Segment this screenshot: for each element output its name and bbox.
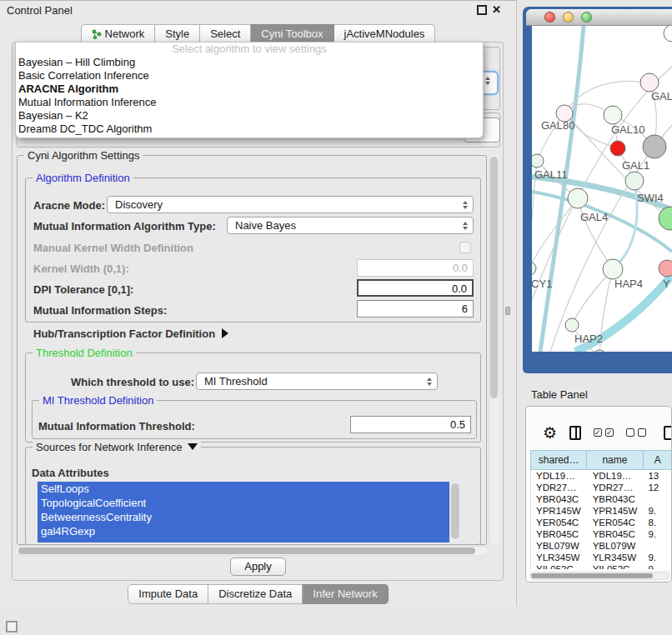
column-header-shared[interactable]: shared… — [530, 450, 587, 470]
table-horizontal-scrollbar[interactable] — [529, 572, 669, 580]
table-header-row: shared…nameA — [530, 450, 672, 470]
algorithm-option-aracne-algorithm[interactable]: ARACNE Algorithm — [16, 82, 483, 96]
table-row[interactable]: YBR045CYBR045C9. — [531, 528, 672, 540]
gear-icon[interactable]: ⚙ — [543, 425, 557, 441]
manual-kernel-width-checkbox[interactable] — [459, 242, 471, 253]
tab-label: jActiveMNodules — [344, 28, 425, 40]
select-all-icon[interactable]: ✓✓ — [594, 428, 614, 437]
table-row[interactable]: YBL079WYBL079W — [531, 540, 672, 552]
restore-panel-icon[interactable] — [6, 621, 18, 632]
tab-label: Select — [210, 28, 240, 40]
tab-label: Impute Data — [138, 588, 198, 600]
page-icon[interactable] — [664, 426, 672, 440]
settings-horizontal-scrollbar[interactable] — [15, 546, 489, 556]
network-node[interactable] — [603, 259, 623, 279]
zoom-traffic-light-icon[interactable] — [581, 12, 592, 22]
panel-splitter-handle[interactable] — [505, 307, 510, 315]
caret-down-icon — [188, 443, 198, 450]
tab-infer-network[interactable]: Infer Network — [303, 584, 388, 604]
tab-discretize-data[interactable]: Discretize Data — [208, 584, 303, 604]
deselect-all-icon[interactable] — [626, 428, 646, 437]
network-node[interactable] — [659, 207, 672, 230]
which-threshold-combo[interactable]: MI Threshold — [196, 372, 438, 390]
network-node[interactable] — [565, 318, 579, 332]
algorithm-option-bayesian-hill-climbing[interactable]: Bayesian – Hill Climbing — [16, 56, 483, 69]
float-window-icon[interactable] — [477, 5, 487, 15]
network-window-titlebar[interactable] — [526, 9, 672, 26]
columns-icon[interactable] — [569, 426, 581, 440]
dropdown-placeholder: Select algorithm to view settings — [16, 42, 483, 56]
combo-spinner-icon — [425, 378, 437, 386]
apply-button[interactable]: Apply — [230, 558, 286, 576]
column-header-a[interactable]: A — [644, 450, 672, 470]
node-label-gal10: GAL10 — [611, 123, 644, 136]
table-row[interactable]: YDR27…YDR27…12 — [531, 482, 672, 493]
network-node[interactable] — [625, 172, 644, 190]
node-label-gal: GAL — [651, 90, 672, 102]
table-panel-title: Table Panel — [531, 388, 588, 401]
algorithm-option-dream8-dc-tdc-algorithm[interactable]: Dream8 DC_TDC Algorithm — [16, 122, 483, 136]
network-node[interactable] — [532, 154, 544, 168]
network-node[interactable] — [593, 350, 606, 352]
control-panel-window: Control Panel ✕ NetworkStyleSelectCyni T… — [0, 0, 517, 606]
mi-threshold-input[interactable]: 0.5 — [350, 416, 471, 433]
algorithm-option-bayesian-k2[interactable]: Bayesian – K2 — [16, 109, 483, 122]
algorithm-option-mutual-information-inference[interactable]: Mutual Information Inference — [16, 96, 483, 109]
kernel-width-input[interactable]: 0.0 — [357, 259, 474, 277]
mi-algorithm-type-combo[interactable]: Naive Bayes — [227, 217, 474, 234]
table-row[interactable]: YDL19…YDL19…13 — [531, 470, 672, 482]
mi-steps-input[interactable]: 6 — [357, 300, 474, 318]
settings-vertical-scrollbar[interactable] — [489, 155, 499, 545]
attribute-item-gal4rgexp[interactable]: gal4RGexp — [38, 524, 449, 538]
network-node[interactable] — [532, 262, 536, 275]
table-row[interactable]: YBR043CYBR043C — [531, 493, 672, 505]
table-panel-window: ⚙ ✓✓ shared…nameA YDL19…YDL19…13YDR27…YD… — [525, 406, 672, 582]
network-node[interactable] — [664, 26, 672, 42]
table-row[interactable]: YER054CYER054C8. — [531, 517, 672, 528]
network-node[interactable] — [643, 135, 666, 158]
table-cell: YBL079W — [588, 540, 644, 552]
scrollbar-thumb[interactable] — [531, 573, 653, 578]
tab-impute-data[interactable]: Impute Data — [128, 584, 208, 604]
node-label-gal80: GAL80 — [541, 119, 574, 132]
table-row[interactable]: YPR145WYPR145W9. — [531, 505, 672, 517]
node-label-hap4: HAP4 — [614, 278, 643, 290]
table-cell: YDR27… — [588, 482, 644, 493]
dpi-tolerance-input[interactable]: 0.0 — [357, 279, 474, 297]
combo-spinner-icon — [461, 222, 473, 230]
scrollbar-thumb[interactable] — [490, 157, 498, 398]
hub-definition-toggle[interactable]: Hub/Transcription Factor Definition — [33, 328, 228, 340]
network-node[interactable] — [610, 141, 625, 156]
table-cell: YER054C — [531, 517, 588, 528]
attributes-list-scrollbar[interactable] — [449, 482, 460, 542]
aracne-mode-combo[interactable]: Discovery — [107, 196, 474, 213]
scrollbar-thumb[interactable] — [18, 548, 475, 554]
attribute-item-selfloops[interactable]: SelfLoops — [38, 482, 449, 496]
minimize-traffic-light-icon[interactable] — [563, 12, 574, 22]
table-row[interactable]: YLR345WYLR345W9. — [531, 552, 672, 563]
network-node[interactable] — [659, 260, 672, 277]
control-panel-title: Control Panel — [7, 4, 73, 17]
table-cell: YBR043C — [531, 493, 588, 505]
network-node[interactable] — [604, 106, 622, 124]
data-attributes-list[interactable]: SelfLoopsTopologicalCoefficientBetweenne… — [38, 482, 449, 542]
sources-legend[interactable]: Sources for Network Inference — [33, 441, 201, 453]
kernel-width-label: Kernel Width (0,1): — [33, 262, 129, 275]
mi-steps-label: Mutual Information Steps: — [33, 304, 167, 317]
table-cell: YIL052C — [531, 563, 588, 569]
network-node[interactable] — [640, 73, 659, 92]
close-window-icon[interactable]: ✕ — [492, 5, 502, 15]
table-cell: YBR043C — [588, 493, 644, 505]
column-header-name[interactable]: name — [587, 450, 643, 470]
table-row[interactable]: YIL052CYIL052C9. — [531, 563, 672, 569]
algorithm-option-basic-correlation-inference[interactable]: Basic Correlation Inference — [16, 69, 483, 82]
network-node[interactable] — [568, 188, 588, 208]
table-cell — [643, 540, 672, 552]
attribute-item-betweennesscentrality[interactable]: BetweennessCentrality — [38, 510, 449, 524]
close-traffic-light-icon[interactable] — [544, 12, 555, 22]
algorithm-definition-legend: Algorithm Definition — [33, 172, 133, 184]
attribute-item-topologicalcoefficient[interactable]: TopologicalCoefficient — [38, 496, 449, 510]
network-canvas[interactable]: GALGAL80GAL10GAL1GAL11SWI4GAL4GCY1HAP4YH… — [532, 26, 672, 352]
table-cell: YPR145W — [588, 505, 644, 517]
scrollbar-thumb[interactable] — [451, 483, 459, 539]
